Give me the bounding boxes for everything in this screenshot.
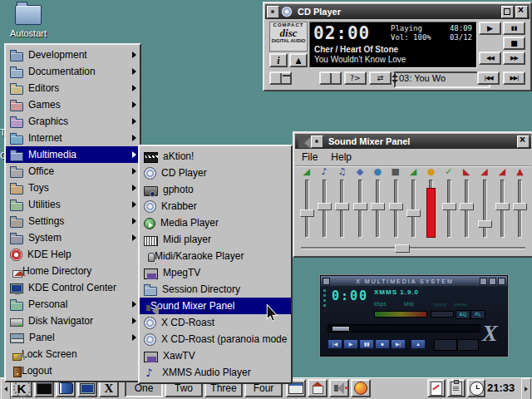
clock-tray-icon[interactable] bbox=[467, 379, 485, 397]
fast-forward-button[interactable]: ▶▶ bbox=[503, 52, 525, 65]
info-button[interactable]: i bbox=[269, 53, 288, 67]
slider-handle[interactable] bbox=[389, 203, 403, 210]
volume-slider[interactable] bbox=[442, 180, 456, 238]
mixer-channel[interactable]: ▲ bbox=[511, 166, 529, 243]
equalizer-button[interactable]: EQ bbox=[456, 310, 470, 319]
next-button[interactable]: ▶| bbox=[391, 339, 406, 349]
submenu-item-midi-player[interactable]: Midi player bbox=[140, 231, 291, 248]
kmenu-item-games[interactable]: Games bbox=[6, 96, 140, 113]
submenu-item-cd-player[interactable]: CD Player bbox=[140, 165, 291, 181]
slider-handle[interactable] bbox=[318, 203, 332, 210]
close-button[interactable] bbox=[515, 6, 528, 18]
slider-handle[interactable] bbox=[460, 203, 474, 210]
mixer-channel[interactable]: ● bbox=[369, 166, 387, 243]
volume-slider[interactable] bbox=[389, 180, 402, 238]
submenu-item-media-player[interactable]: Media Player bbox=[140, 214, 291, 231]
shade-button[interactable] bbox=[489, 278, 496, 285]
menu-file[interactable]: File bbox=[302, 151, 318, 165]
shuffle-button[interactable] bbox=[434, 339, 457, 351]
close-button[interactable] bbox=[517, 135, 530, 148]
mixer-channel[interactable]: ◢ bbox=[493, 166, 510, 243]
slider-handle[interactable] bbox=[478, 220, 492, 228]
kmenu-item-graphics[interactable]: Graphics bbox=[6, 113, 140, 130]
balance-slider[interactable] bbox=[431, 311, 454, 318]
volume-slider[interactable] bbox=[374, 311, 427, 318]
kmenu-item-multimedia[interactable]: Multimedia bbox=[6, 146, 140, 163]
kmenu-item-system[interactable]: System bbox=[6, 229, 140, 246]
application-launcher[interactable] bbox=[351, 379, 371, 397]
mixer-channel[interactable]: ◢ bbox=[475, 166, 493, 243]
next-track-button[interactable]: ▶▶| bbox=[503, 71, 525, 85]
prompt-button[interactable]: ?> bbox=[344, 71, 367, 85]
stop-button[interactable]: ■ bbox=[503, 37, 525, 50]
tracklist-button[interactable] bbox=[319, 71, 342, 85]
clutterbar-icon[interactable] bbox=[323, 289, 326, 292]
kmenu-item-development[interactable]: Development bbox=[6, 47, 140, 63]
submenu-item-x-cd-roast-paranoia[interactable]: X CD-Roast (paranoia mode) bbox=[140, 331, 291, 347]
red-level-bar[interactable] bbox=[426, 188, 436, 238]
kmenu-item-lock-screen[interactable]: Lock Screen bbox=[6, 346, 140, 362]
submenu-item-xmms-audio-player[interactable]: XMMS Audio Player bbox=[140, 364, 291, 381]
slider-handle[interactable] bbox=[371, 203, 385, 210]
slider-handle[interactable] bbox=[406, 209, 421, 217]
eject-button[interactable]: ▲ bbox=[289, 53, 308, 67]
submenu-item-xawtv[interactable]: XawTV bbox=[140, 347, 291, 364]
kmenu-item-utilities[interactable]: Utilities bbox=[6, 196, 140, 213]
kmenu-item-personal[interactable]: Personal bbox=[6, 296, 140, 313]
volume-slider[interactable] bbox=[335, 180, 348, 238]
slider-handle[interactable] bbox=[335, 203, 349, 210]
mixer-channel[interactable]: ◣ bbox=[458, 166, 475, 243]
seek-slider[interactable] bbox=[328, 324, 480, 332]
kmenu-item-logout[interactable]: Logout bbox=[6, 362, 140, 379]
mixer-channel[interactable]: ♫ bbox=[333, 166, 351, 243]
mixer-channel[interactable]: ◢ bbox=[404, 166, 421, 243]
volume-slider[interactable] bbox=[318, 180, 331, 238]
stop-button[interactable]: ■ bbox=[375, 339, 390, 349]
scrollbar-thumb[interactable] bbox=[395, 244, 410, 253]
close-button[interactable] bbox=[498, 278, 505, 285]
kmenu-item-office[interactable]: Office bbox=[6, 163, 140, 180]
volume-slider[interactable] bbox=[300, 180, 313, 238]
xmms-titlebar[interactable]: X MULTIMEDIA SYSTEM bbox=[321, 276, 507, 286]
kmenu-item-editors[interactable]: Editors bbox=[6, 80, 140, 96]
mixer-channel-master[interactable]: ● bbox=[422, 166, 440, 243]
volume-slider[interactable] bbox=[495, 180, 509, 238]
slider-handle[interactable] bbox=[442, 203, 456, 210]
submenu-item-krabber[interactable]: Krabber bbox=[140, 198, 291, 214]
mixer-channel[interactable]: ◆ bbox=[351, 166, 368, 243]
kmenu-item-documentation[interactable]: Documentation bbox=[6, 63, 140, 80]
slider-handle[interactable] bbox=[513, 203, 527, 210]
play-button[interactable]: ▶ bbox=[479, 22, 501, 35]
kmenu-item-home-directory[interactable]: Home Directory bbox=[6, 263, 140, 279]
editor-tray-icon[interactable] bbox=[427, 379, 446, 397]
previous-track-button[interactable]: |◀◀ bbox=[477, 71, 500, 85]
clutterbar-icon[interactable] bbox=[323, 304, 326, 307]
slider-handle[interactable] bbox=[300, 209, 314, 217]
volume-slider[interactable] bbox=[371, 180, 384, 238]
repeat-button[interactable] bbox=[457, 339, 479, 351]
volume-slider[interactable] bbox=[478, 180, 491, 238]
submenu-item-aktion[interactable]: aKtion! bbox=[140, 148, 291, 165]
submenu-item-gphoto[interactable]: gphoto bbox=[140, 181, 291, 198]
slider-handle[interactable] bbox=[495, 203, 510, 210]
klipper-tray-icon[interactable] bbox=[447, 379, 466, 397]
mixer-channel[interactable]: ■ bbox=[387, 166, 404, 243]
home-directory-launcher[interactable] bbox=[308, 379, 328, 397]
maximize-button[interactable] bbox=[501, 6, 514, 18]
play-button[interactable]: ▶ bbox=[343, 339, 358, 349]
sticky-pin-button[interactable] bbox=[311, 135, 323, 148]
horizontal-scrollbar[interactable] bbox=[301, 244, 525, 251]
mixer-channel[interactable]: ✓ bbox=[440, 166, 457, 243]
loop-button[interactable]: ⇄ bbox=[369, 71, 392, 85]
menu-help[interactable]: Help bbox=[331, 151, 352, 165]
kmenu-item-kde-control-center[interactable]: KDE Control Center bbox=[6, 279, 140, 296]
volume-slider[interactable] bbox=[513, 180, 526, 238]
submenu-item-session-directory[interactable]: Session Directory bbox=[140, 281, 291, 298]
sound-mixer-launcher[interactable] bbox=[329, 379, 349, 397]
cd-player-titlebar[interactable]: CD Player bbox=[265, 4, 530, 19]
kmenu-item-panel[interactable]: Panel bbox=[6, 329, 140, 346]
xmms-menu-button[interactable] bbox=[323, 278, 330, 285]
minimize-button[interactable] bbox=[480, 278, 487, 285]
submenu-item-midi-karaoke[interactable]: Midi/Karaoke Player bbox=[140, 248, 291, 264]
kmenu-item-internet[interactable]: Internet bbox=[6, 130, 140, 146]
